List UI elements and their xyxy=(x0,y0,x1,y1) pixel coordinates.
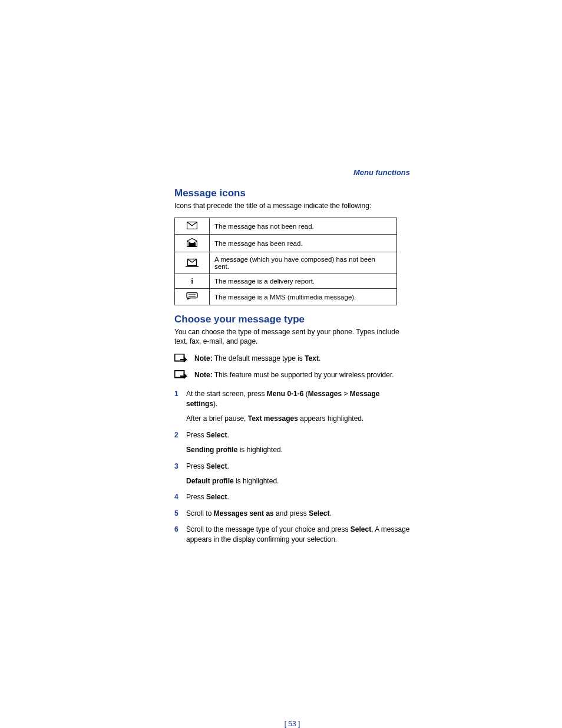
note-block: Note: This feature must be supported by … xyxy=(174,370,410,383)
icon-description: The message has not been read. xyxy=(210,218,397,235)
table-row: The message has been read. xyxy=(175,235,397,252)
envelope-closed-icon xyxy=(175,218,210,235)
info-i-icon: i xyxy=(175,274,210,289)
envelope-draft-icon xyxy=(175,252,210,274)
step-item: Scroll to Messages sent as and press Sel… xyxy=(174,509,410,519)
step-item: Press Select. Default profile is highlig… xyxy=(174,462,410,487)
step-item: Press Select. Sending profile is highlig… xyxy=(174,430,410,456)
note-icon xyxy=(174,370,189,383)
section-heading-message-icons: Message icons xyxy=(174,187,410,199)
icon-description: A message (which you have composed) has … xyxy=(210,252,397,274)
breadcrumb: Menu functions xyxy=(174,168,410,177)
page-number: [ 53 ] xyxy=(174,720,410,728)
section-intro: You can choose the type of message sent … xyxy=(174,327,410,346)
document-page: Menu functions Message icons Icons that … xyxy=(174,168,410,551)
table-row: The message is a MMS (multimedia message… xyxy=(175,289,397,305)
steps-list: At the start screen, press Menu 0-1-6 (M… xyxy=(174,389,410,545)
table-row: A message (which you have composed) has … xyxy=(175,252,397,274)
note-block: Note: The default message type is Text. xyxy=(174,354,410,367)
section-intro: Icons that precede the title of a messag… xyxy=(174,201,410,210)
step-item: Press Select. xyxy=(174,492,410,502)
icon-description: The message is a delivery report. xyxy=(210,274,397,289)
note-text: Note: This feature must be supported by … xyxy=(194,370,394,380)
section-heading-choose-type: Choose your message type xyxy=(174,314,410,325)
step-item: Scroll to the message type of your choic… xyxy=(174,525,410,545)
note-icon xyxy=(174,354,189,367)
step-item: At the start screen, press Menu 0-1-6 (M… xyxy=(174,389,410,424)
table-row: The message has not been read. xyxy=(175,218,397,235)
mms-bubble-icon xyxy=(175,289,210,305)
note-text: Note: The default message type is Text. xyxy=(194,354,320,364)
table-row: i The message is a delivery report. xyxy=(175,274,397,289)
icon-description: The message is a MMS (multimedia message… xyxy=(210,289,397,305)
envelope-open-icon xyxy=(175,235,210,252)
icon-description: The message has been read. xyxy=(210,235,397,252)
message-icons-table: The message has not been read. The messa… xyxy=(174,218,397,305)
